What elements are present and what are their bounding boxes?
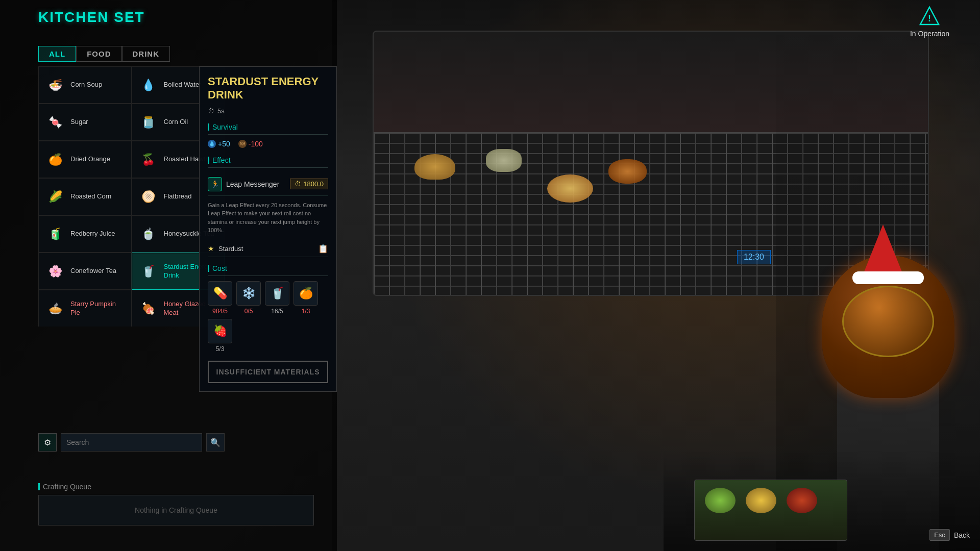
cost-icon-4: 🍓 (208, 319, 232, 343)
food-tray (694, 480, 847, 541)
starry-pumpkin-pie-icon: 🥧 (44, 297, 66, 320)
santa-hat (863, 224, 903, 276)
detail-item-name: STARDUST ENERGY DRINK (208, 75, 328, 102)
cost-qty-0: 984/5 (212, 308, 228, 315)
grill-food-2 (486, 149, 522, 172)
svg-text:!: ! (928, 13, 931, 23)
effect-header: Effect (208, 156, 328, 168)
item-row-6: 🥧 Starry Pumpkin Pie 🍖 Honey Glazed Meat (38, 290, 225, 327)
stardust-energy-drink-icon: 🥤 (137, 260, 160, 283)
survival-header: Survival (208, 123, 328, 135)
cost-header: Cost (208, 264, 328, 276)
cost-item-1: ❄️ 0/5 (236, 281, 261, 315)
crafting-queue-empty-label: Nothing in Crafting Queue (135, 506, 217, 514)
survival-stats: 💧 +50 🍽 -100 (208, 140, 328, 148)
cost-item-3: 🍊 1/3 (293, 281, 318, 315)
dried-orange-name: Dried Orange (70, 155, 110, 164)
water-value: +50 (218, 140, 230, 148)
search-button[interactable]: 🔍 (206, 433, 225, 452)
crafting-queue-content: Nothing in Crafting Queue (38, 495, 314, 525)
cost-icon-1: ❄️ (236, 281, 261, 306)
tray-food-2 (746, 488, 776, 513)
effect-name: Leap Messenger (226, 180, 286, 188)
sugar-name: Sugar (70, 118, 88, 127)
tab-bar: ALL FOOD DRINK (38, 46, 170, 62)
cost-qty-4: 5/3 (216, 345, 225, 353)
roasted-corn-name: Roasted Corn (70, 192, 111, 201)
filter-icon: ⚙ (44, 438, 51, 447)
cost-item-2: 🥤 16/5 (265, 281, 289, 315)
corn-oil-name: Corn Oil (164, 118, 188, 127)
cost-icon-3: 🍊 (293, 281, 318, 306)
crafting-queue-title: Crafting Queue (38, 483, 314, 491)
redberry-juice-name: Redberry Juice (70, 230, 115, 238)
clock-display: 12:30 (737, 250, 771, 264)
corn-oil-icon: 🫙 (137, 111, 160, 134)
item-dried-orange[interactable]: 🍊 Dried Orange (38, 141, 132, 178)
item-roasted-corn[interactable]: 🌽 Roasted Corn (38, 178, 132, 215)
search-input[interactable] (61, 433, 202, 452)
requirement-doc-icon: 📋 (318, 244, 328, 254)
time-value: 5s (217, 107, 225, 115)
search-bar: ⚙ 🔍 (38, 433, 225, 452)
flatbread-icon: 🫓 (137, 186, 160, 208)
item-row-5: 🌸 Coneflower Tea 🥤 Stardust Energy Drink (38, 253, 225, 290)
flatbread-name: Flatbread (164, 192, 192, 201)
cost-section: 💊 984/5 ❄️ 0/5 🥤 16/5 🍊 1/3 🍓 5/3 (208, 281, 328, 353)
corn-soup-icon: 🍜 (44, 74, 66, 96)
back-label: Back (954, 531, 970, 539)
item-coneflower-tea[interactable]: 🌸 Coneflower Tea (38, 253, 132, 290)
boiled-water-icon: 💧 (137, 74, 160, 96)
grill-food-3 (547, 174, 593, 203)
esc-key: Esc (929, 529, 950, 541)
kitchen-scene: 12:30 (332, 0, 980, 551)
tab-drink[interactable]: DRINK (122, 46, 170, 62)
crafting-queue: Crafting Queue Nothing in Crafting Queue (38, 483, 314, 525)
item-row-2: 🍊 Dried Orange 🍒 Roasted Hawthorn (38, 141, 225, 178)
warning-icon: ! (919, 5, 940, 28)
tab-all[interactable]: ALL (38, 46, 76, 62)
cost-qty-2: 16/5 (271, 308, 283, 315)
starry-pumpkin-pie-name: Starry Pumpkin Pie (70, 300, 126, 317)
craft-button[interactable]: INSUFFICIENT MATERIALS (208, 361, 328, 383)
item-redberry-juice[interactable]: 🧃 Redberry Juice (38, 215, 132, 253)
back-button[interactable]: Esc Back (929, 529, 970, 541)
item-list: 🍜 Corn Soup 💧 Boiled Water 🍬 Sugar 🫙 Cor… (38, 66, 225, 327)
kitchen-title: KITCHEN SET (38, 9, 145, 26)
honeysuckle-tea-icon: 🍵 (137, 223, 160, 245)
boiled-water-name: Boiled Water (164, 81, 202, 89)
star-icon: ★ (208, 244, 214, 253)
tray-food-3 (787, 488, 817, 513)
sugar-icon: 🍬 (44, 111, 66, 134)
grill-food-4 (608, 159, 647, 184)
effect-requirement: ★ Stardust 📋 (208, 241, 328, 257)
search-icon: 🔍 (210, 438, 220, 447)
requirement-name: Stardust (218, 245, 243, 253)
in-operation-label: In Operation (910, 30, 949, 38)
effect-icon: 🏃 (208, 177, 222, 191)
item-row-3: 🌽 Roasted Corn 🫓 Flatbread (38, 178, 225, 215)
redberry-juice-icon: 🧃 (44, 223, 66, 245)
water-icon: 💧 (208, 140, 216, 148)
honey-glazed-meat-icon: 🍖 (137, 297, 160, 320)
helmet (822, 255, 954, 398)
roasted-hawthorn-icon: 🍒 (137, 148, 160, 171)
filter-button[interactable]: ⚙ (38, 433, 57, 452)
corn-soup-name: Corn Soup (70, 81, 102, 89)
item-starry-pumpkin-pie[interactable]: 🥧 Starry Pumpkin Pie (38, 290, 132, 327)
cost-items: 💊 984/5 ❄️ 0/5 🥤 16/5 🍊 1/3 (208, 281, 328, 315)
in-operation-badge: ! In Operation (910, 5, 949, 38)
effect-value-icon: ⏱ (295, 180, 301, 188)
tray-food-1 (705, 488, 736, 513)
item-sugar[interactable]: 🍬 Sugar (38, 104, 132, 141)
detail-time: ⏱ 5s (208, 107, 328, 115)
item-corn-soup[interactable]: 🍜 Corn Soup (38, 66, 132, 104)
effect-value: ⏱ 1800.0 (290, 179, 328, 189)
cost-item-4: 🍓 5/3 (208, 319, 232, 353)
tab-food[interactable]: FOOD (76, 46, 121, 62)
item-row-1: 🍬 Sugar 🫙 Corn Oil (38, 104, 225, 141)
cost-qty-3: 1/3 (302, 308, 310, 315)
item-detail-panel: STARDUST ENERGY DRINK ⏱ 5s Survival 💧 +5… (199, 66, 337, 392)
coneflower-tea-name: Coneflower Tea (70, 267, 116, 276)
coneflower-tea-icon: 🌸 (44, 260, 66, 283)
